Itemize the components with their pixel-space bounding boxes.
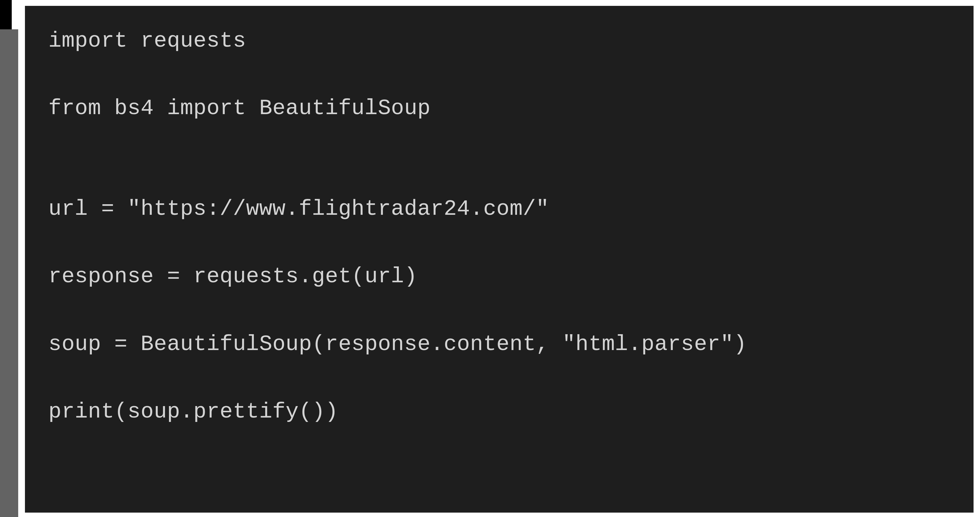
code-block: import requests from bs4 import Beautifu…	[48, 24, 950, 429]
outer-frame: import requests from bs4 import Beautifu…	[0, 0, 980, 517]
code-block-container: import requests from bs4 import Beautifu…	[25, 6, 974, 512]
code-line[interactable]: url = "https://www.flightradar24.com/"	[48, 192, 950, 226]
code-line[interactable]: from bs4 import BeautifulSoup	[48, 91, 950, 126]
code-line[interactable]: soup = BeautifulSoup(response.content, "…	[48, 327, 950, 361]
left-accent-bar	[0, 0, 12, 29]
code-line[interactable]: response = requests.get(url)	[48, 259, 950, 294]
code-line[interactable]: print(soup.prettify())	[48, 395, 950, 429]
gray-tab-bar	[0, 29, 18, 517]
code-line[interactable]: import requests	[48, 24, 950, 58]
